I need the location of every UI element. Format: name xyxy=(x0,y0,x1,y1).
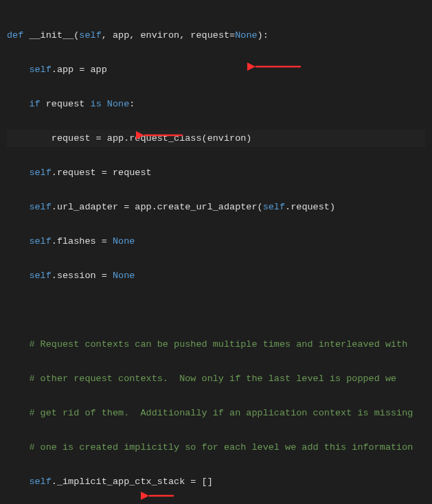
code-line: request = app.request_class(environ) xyxy=(7,130,425,147)
function-name: __init__ xyxy=(29,30,73,41)
code-line: self.app = app xyxy=(7,61,425,78)
code-line: # get rid of them. Additionally if an ap… xyxy=(7,404,425,422)
keyword-self: self xyxy=(29,477,51,487)
code-line: self.flashes = None xyxy=(7,233,425,250)
code-line: # Request contexts can be pushed multipl… xyxy=(7,336,425,353)
keyword-none: None xyxy=(113,236,135,247)
comment: # Request contexts can be pushed multipl… xyxy=(29,339,407,350)
keyword-self: self xyxy=(29,168,51,178)
keyword-is: is xyxy=(91,99,102,109)
keyword-none: None xyxy=(113,271,135,281)
code-editor[interactable]: def __init__(self, app, environ, request… xyxy=(7,10,425,504)
code-line: self.url_adapter = app.create_url_adapte… xyxy=(7,198,425,216)
code-line: self.session = None xyxy=(7,267,425,284)
comment: # get rid of them. Additionally if an ap… xyxy=(29,408,413,418)
code-line: def __init__(self, app, environ, request… xyxy=(7,27,425,44)
keyword-self: self xyxy=(29,202,51,212)
keyword-self: self xyxy=(29,236,51,247)
keyword-if: if xyxy=(29,99,40,109)
code-line: if request is None: xyxy=(7,95,425,113)
code-line xyxy=(7,301,425,319)
keyword-self: self xyxy=(29,65,51,75)
comment: # other request contexts. Now only if th… xyxy=(29,374,396,384)
code-line: # one is created implicitly so for each … xyxy=(7,439,425,456)
code-line: self.request = request xyxy=(7,164,425,181)
keyword-none: None xyxy=(235,30,257,41)
keyword-self: self xyxy=(29,271,51,281)
code-line: # other request contexts. Now only if th… xyxy=(7,370,425,387)
code-line: self._implicit_app_ctx_stack = [] xyxy=(7,473,425,490)
keyword-none: None xyxy=(107,99,129,109)
keyword-self: self xyxy=(263,202,285,212)
keyword-self: self xyxy=(79,30,101,41)
comment: # one is created implicitly so for each … xyxy=(29,442,413,453)
keyword-def: def xyxy=(7,30,23,41)
